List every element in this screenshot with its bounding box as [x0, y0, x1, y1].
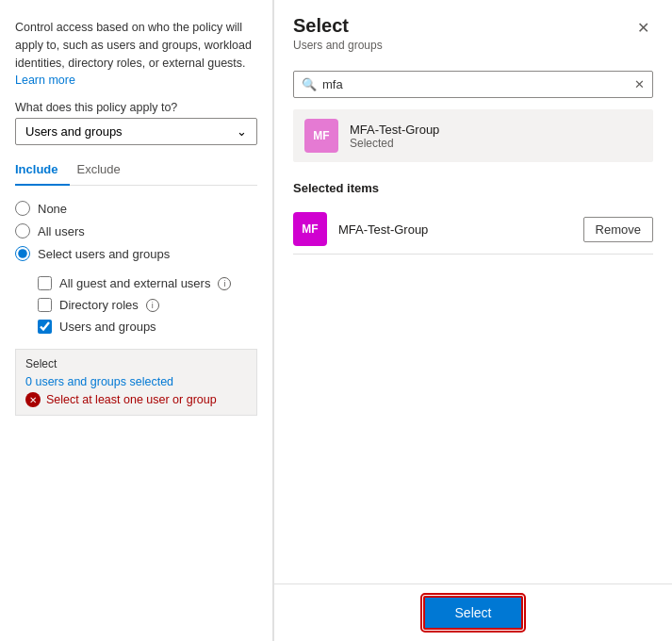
- search-icon: 🔍: [302, 77, 317, 91]
- error-icon: ✕: [25, 392, 41, 407]
- radio-group: None All users Select users and groups: [15, 201, 257, 261]
- result-status: Selected: [350, 137, 439, 150]
- selected-item-name: MFA-Test-Group: [338, 222, 572, 237]
- checkbox-users-groups[interactable]: Users and groups: [38, 320, 257, 334]
- dialog-footer: Select: [274, 583, 672, 641]
- radio-select-users-label: Select users and groups: [38, 247, 170, 261]
- radio-none[interactable]: None: [15, 201, 257, 216]
- search-result-item[interactable]: MF MFA-Test-Group Selected: [293, 109, 653, 162]
- checkbox-directory-roles[interactable]: Directory roles i: [38, 298, 257, 312]
- radio-none-label: None: [38, 202, 67, 216]
- error-message: ✕ Select at least one user or group: [25, 392, 247, 407]
- radio-select-users[interactable]: Select users and groups: [15, 246, 257, 261]
- dialog-title: Select: [293, 15, 383, 37]
- remove-button[interactable]: Remove: [583, 217, 653, 242]
- checkbox-users-groups-label: Users and groups: [59, 320, 156, 334]
- selected-item-row: MF MFA-Test-Group Remove: [293, 205, 653, 255]
- dropdown-value: Users and groups: [25, 124, 123, 139]
- dialog-header: Select Users and groups ✕: [274, 0, 672, 59]
- radio-all-users-label: All users: [38, 224, 85, 238]
- dialog-subtitle: Users and groups: [293, 39, 383, 52]
- select-section: Select 0 users and groups selected ✕ Sel…: [15, 349, 257, 416]
- checkbox-group: All guest and external users i Directory…: [38, 276, 257, 334]
- left-panel: Control access based on who the policy w…: [0, 0, 273, 641]
- dialog-body: 🔍 ✕ MF MFA-Test-Group Selected Selected …: [274, 59, 672, 583]
- selected-items-section: Selected items MF MFA-Test-Group Remove: [293, 181, 653, 255]
- select-section-title: Select: [25, 357, 247, 370]
- clear-search-icon[interactable]: ✕: [634, 77, 645, 91]
- tab-include[interactable]: Include: [15, 156, 70, 186]
- policy-question: What does this policy apply to?: [15, 101, 257, 114]
- result-text: MFA-Test-Group Selected: [350, 123, 439, 150]
- description-text: Control access based on who the policy w…: [15, 19, 257, 90]
- result-name: MFA-Test-Group: [350, 123, 439, 137]
- learn-more-link[interactable]: Learn more: [15, 74, 75, 87]
- close-button[interactable]: ✕: [633, 15, 653, 41]
- include-exclude-tabs: Include Exclude: [15, 156, 257, 186]
- select-dialog: Select Users and groups ✕ 🔍 ✕ MF MFA-Tes…: [273, 0, 672, 641]
- chevron-down-icon: ⌄: [237, 124, 247, 139]
- select-button[interactable]: Select: [423, 596, 524, 630]
- info-icon-guest[interactable]: i: [218, 277, 231, 290]
- dialog-title-group: Select Users and groups: [293, 15, 383, 52]
- error-text: Select at least one user or group: [46, 393, 217, 406]
- checkbox-directory-label: Directory roles: [59, 298, 139, 312]
- users-groups-selected-link[interactable]: 0 users and groups selected: [25, 375, 173, 388]
- checkbox-guest-label: All guest and external users: [59, 276, 210, 290]
- search-input[interactable]: [322, 77, 629, 91]
- selected-items-title: Selected items: [293, 181, 653, 195]
- policy-dropdown[interactable]: Users and groups ⌄: [15, 118, 257, 145]
- tab-exclude[interactable]: Exclude: [77, 156, 132, 186]
- search-box: 🔍 ✕: [293, 71, 653, 98]
- checkbox-guest-external[interactable]: All guest and external users i: [38, 276, 257, 290]
- avatar-mf-selected: MF: [293, 212, 327, 246]
- radio-all-users[interactable]: All users: [15, 223, 257, 238]
- info-icon-directory[interactable]: i: [146, 299, 159, 312]
- avatar-mf-result: MF: [304, 119, 338, 153]
